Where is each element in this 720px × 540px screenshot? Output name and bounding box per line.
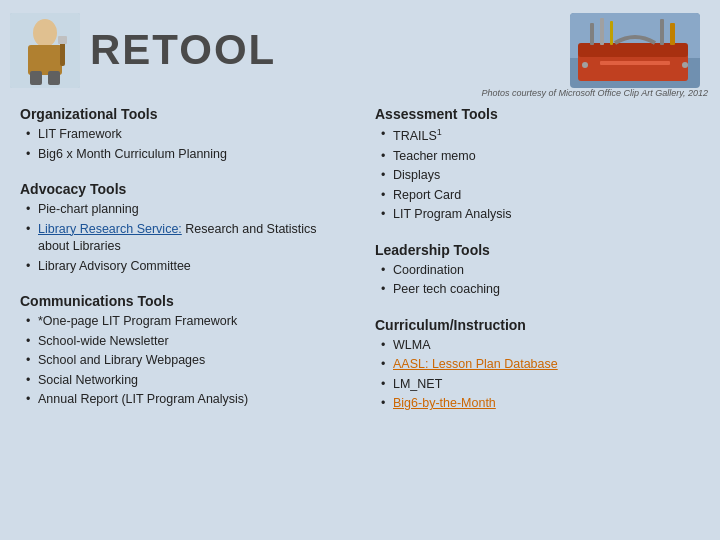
svg-rect-18 <box>600 61 670 65</box>
organizational-tools-section: Organizational Tools LIT Framework Big6 … <box>20 106 345 163</box>
big6-link[interactable]: Big6-by-the-Month <box>393 396 496 410</box>
svg-rect-15 <box>670 23 675 45</box>
list-item: School and Library Webpages <box>24 352 345 370</box>
person-icon <box>10 13 80 88</box>
list-item: Big6-by-the-Month <box>379 395 700 413</box>
photo-credit: Photos courtesy of Microsoft Office Clip… <box>481 88 708 98</box>
list-item: Library Advisory Committee <box>24 258 345 276</box>
svg-rect-10 <box>578 43 688 57</box>
organizational-tools-list: LIT Framework Big6 x Month Curriculum Pl… <box>20 126 345 163</box>
aasl-link[interactable]: AASL: Lesson Plan Database <box>393 357 558 371</box>
svg-rect-13 <box>610 21 613 45</box>
leadership-tools-list: Coordination Peer tech coaching <box>375 262 700 299</box>
list-item: Big6 x Month Curriculum Planning <box>24 146 345 164</box>
list-item: LIT Program Analysis <box>379 206 700 224</box>
list-item: AASL: Lesson Plan Database <box>379 356 700 374</box>
main-content: Organizational Tools LIT Framework Big6 … <box>0 98 720 441</box>
svg-rect-6 <box>58 36 67 44</box>
advocacy-tools-list: Pie-chart planning Library Research Serv… <box>20 201 345 275</box>
svg-point-17 <box>682 62 688 68</box>
logo-title: RETOOL <box>90 26 276 74</box>
list-item: TRAILS1 <box>379 126 700 146</box>
list-item: Teacher memo <box>379 148 700 166</box>
organizational-tools-title: Organizational Tools <box>20 106 345 122</box>
curriculum-instruction-title: Curriculum/Instruction <box>375 317 700 333</box>
svg-rect-4 <box>48 71 60 85</box>
library-research-link[interactable]: Library Research Service: <box>38 222 182 236</box>
logo-area: RETOOL <box>10 13 276 88</box>
list-item: Report Card <box>379 187 700 205</box>
svg-rect-14 <box>660 19 664 45</box>
svg-rect-3 <box>30 71 42 85</box>
svg-point-1 <box>33 19 57 47</box>
list-item: Coordination <box>379 262 700 280</box>
left-column: Organizational Tools LIT Framework Big6 … <box>20 106 365 431</box>
list-item: LIT Framework <box>24 126 345 144</box>
svg-rect-12 <box>600 18 604 45</box>
communications-tools-title: Communications Tools <box>20 293 345 309</box>
advocacy-tools-title: Advocacy Tools <box>20 181 345 197</box>
list-item: WLMA <box>379 337 700 355</box>
list-item: Library Research Service: Research and S… <box>24 221 345 256</box>
communications-tools-section: Communications Tools *One-page LIT Progr… <box>20 293 345 409</box>
list-item: Displays <box>379 167 700 185</box>
list-item: Annual Report (LIT Program Analysis) <box>24 391 345 409</box>
list-item: *One-page LIT Program Framework <box>24 313 345 331</box>
curriculum-instruction-section: Curriculum/Instruction WLMA AASL: Lesson… <box>375 317 700 413</box>
leadership-tools-title: Leadership Tools <box>375 242 700 258</box>
leadership-tools-section: Leadership Tools Coordination Peer tech … <box>375 242 700 299</box>
list-item: Peer tech coaching <box>379 281 700 299</box>
assessment-tools-title: Assessment Tools <box>375 106 700 122</box>
slide: RETOOL <box>0 0 720 540</box>
list-item: School-wide Newsletter <box>24 333 345 351</box>
svg-rect-11 <box>590 23 594 45</box>
assessment-tools-section: Assessment Tools TRAILS1 Teacher memo Di… <box>375 106 700 224</box>
list-item: LM_NET <box>379 376 700 394</box>
header: RETOOL <box>0 0 720 90</box>
communications-tools-list: *One-page LIT Program Framework School-w… <box>20 313 345 409</box>
list-item: Social Networking <box>24 372 345 390</box>
toolbox-image <box>570 13 700 88</box>
right-column: Assessment Tools TRAILS1 Teacher memo Di… <box>365 106 700 431</box>
curriculum-instruction-list: WLMA AASL: Lesson Plan Database LM_NET B… <box>375 337 700 413</box>
assessment-tools-list: TRAILS1 Teacher memo Displays Report Car… <box>375 126 700 224</box>
svg-point-16 <box>582 62 588 68</box>
svg-rect-2 <box>28 45 62 75</box>
list-item: Pie-chart planning <box>24 201 345 219</box>
svg-rect-9 <box>578 53 688 81</box>
advocacy-tools-section: Advocacy Tools Pie-chart planning Librar… <box>20 181 345 275</box>
